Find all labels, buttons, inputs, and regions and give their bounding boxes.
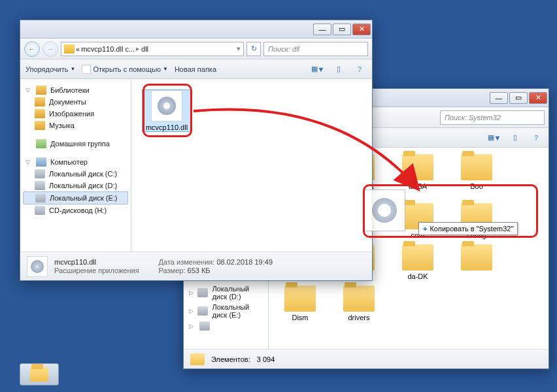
newfolder-button[interactable]: Новая папка xyxy=(175,65,216,73)
minimize-button[interactable]: — xyxy=(490,92,508,104)
dll-file-icon xyxy=(151,90,182,122)
tooltip-text: Копировать в "System32" xyxy=(430,225,513,233)
sidebar-documents[interactable]: Документы xyxy=(23,96,128,108)
toolbar: Упорядочить▼ Открыть с помощью▼ Новая па… xyxy=(20,59,372,79)
copy-tooltip: + Копировать в "System32" xyxy=(418,222,518,235)
folder-item[interactable]: drivers xyxy=(334,286,384,321)
view-icon[interactable]: ▦▼ xyxy=(311,63,325,76)
crumb-sep: ▸ xyxy=(136,44,140,53)
folder-icon xyxy=(284,286,316,312)
sidebar-disk-r[interactable]: ▷ xyxy=(186,320,265,332)
organize-button[interactable]: Упорядочить▼ xyxy=(25,65,75,73)
pane-icon[interactable]: ▯ xyxy=(508,131,522,144)
sidebar-disk-c[interactable]: Локальный диск (C:) xyxy=(23,168,128,180)
explorer-window-dll: — ▭ ✕ ← → « mcvcp110.dll с... ▸ dll ▾ ↻ … xyxy=(20,20,373,281)
openwith-button[interactable]: Открыть с помощью▼ xyxy=(82,65,168,74)
sidebar-disk-d[interactable]: Локальный диск (D:) xyxy=(23,180,128,191)
item-count-label: Элементов: xyxy=(211,355,250,363)
folder-icon xyxy=(64,44,75,54)
sidebar-disk-e[interactable]: Локальный диск (E:) xyxy=(23,191,128,204)
titlebar: — ▭ ✕ xyxy=(20,20,372,39)
sidebar-music[interactable]: Музыка xyxy=(23,120,128,131)
taskbar-item[interactable] xyxy=(20,363,59,385)
item-count: 3 094 xyxy=(257,355,275,363)
nav-bar: ← → « mcvcp110.dll с... ▸ dll ▾ ↻ Поиск:… xyxy=(20,39,372,59)
sidebar-homegroup[interactable]: Домашняя группа xyxy=(23,138,128,150)
sidebar: ▽Библиотеки Документы Изображения Музыка… xyxy=(20,79,131,252)
folder-icon xyxy=(190,353,205,365)
sidebar-images[interactable]: Изображения xyxy=(23,108,128,120)
plus-icon: + xyxy=(423,225,427,233)
folder-item[interactable]: Boo xyxy=(452,154,501,198)
view-icon[interactable]: ▦▼ xyxy=(487,131,501,144)
sidebar-disk-e[interactable]: ▷Локальный диск (E:) xyxy=(186,302,265,320)
maximize-button[interactable]: ▭ xyxy=(333,24,351,35)
pane-icon[interactable]: ▯ xyxy=(331,63,346,76)
folder-item[interactable]: Dism xyxy=(275,286,325,321)
folder-icon xyxy=(402,154,433,180)
sidebar-cd-h[interactable]: CD-дисковод (H:) xyxy=(23,204,128,216)
breadcrumb[interactable]: « mcvcp110.dll с... ▸ dll ▾ xyxy=(61,42,244,56)
details-filename: mcvcp110.dll xyxy=(54,258,139,266)
folder-icon xyxy=(30,367,48,382)
dll-file-icon xyxy=(27,256,48,277)
status-bar: Элементов: 3 094 xyxy=(184,349,549,368)
help-icon[interactable]: ? xyxy=(529,131,543,144)
folder-icon xyxy=(402,244,433,270)
crumb-part[interactable]: mcvcp110.dll с... xyxy=(81,45,135,53)
folder-icon xyxy=(343,286,375,312)
file-name: mcvcp110.dll xyxy=(146,123,188,131)
crumb-sep: « xyxy=(76,45,80,53)
details-pane: mcvcp110.dll Расширение приложения Дата … xyxy=(20,252,372,280)
sidebar-computer[interactable]: ▽Компьютер xyxy=(23,156,128,168)
search-input[interactable]: Поиск: dll xyxy=(263,42,368,56)
folder-icon xyxy=(461,154,492,180)
refresh-button[interactable]: ↻ xyxy=(246,42,261,56)
minimize-button[interactable]: — xyxy=(313,24,331,35)
close-button[interactable]: ✕ xyxy=(352,24,371,35)
crumb-dropdown[interactable]: ▾ xyxy=(237,44,241,53)
crumb-part[interactable]: dll xyxy=(141,45,148,53)
folder-item[interactable]: da-DK xyxy=(393,244,443,280)
content-area[interactable]: mcvcp110.dll xyxy=(131,79,372,252)
close-button[interactable]: ✕ xyxy=(529,92,547,104)
sidebar-disk-d[interactable]: ▷Локальный диск (D:) xyxy=(186,284,265,302)
forward-button[interactable]: → xyxy=(42,41,58,57)
help-icon[interactable]: ? xyxy=(352,63,367,76)
details-filetype: Расширение приложения xyxy=(54,267,139,274)
folder-icon xyxy=(461,244,492,270)
back-button[interactable]: ← xyxy=(24,41,40,57)
drag-ghost-icon xyxy=(363,189,405,231)
search-input[interactable]: Поиск: System32 xyxy=(440,110,545,125)
sidebar-libraries[interactable]: ▽Библиотеки xyxy=(23,84,128,96)
maximize-button[interactable]: ▭ xyxy=(509,92,528,104)
file-item-dll[interactable]: mcvcp110.dll xyxy=(142,90,192,132)
folder-item[interactable] xyxy=(452,244,501,280)
